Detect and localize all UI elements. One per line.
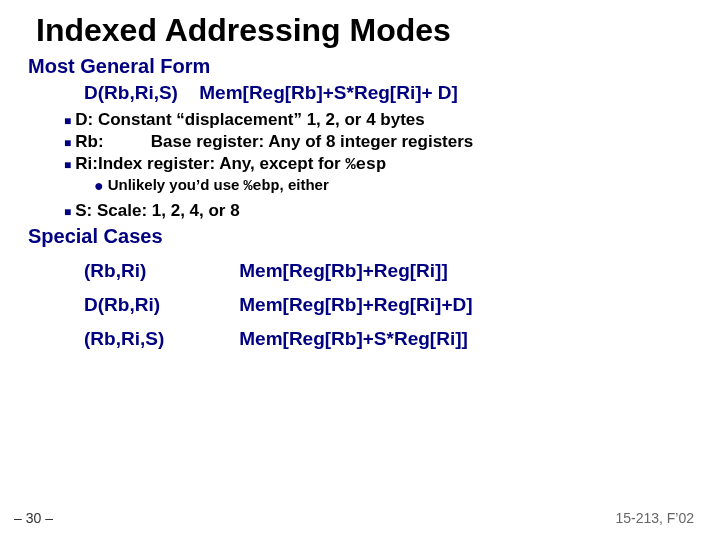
square-bullet-icon: ■ [64, 206, 71, 218]
slide: Indexed Addressing Modes Most General Fo… [0, 0, 720, 540]
special-row: (Rb,Ri,S) Mem[Reg[Rb]+S*Reg[Ri]] [84, 328, 692, 350]
special-left: D(Rb,Ri) [84, 294, 234, 316]
special-cases-table: (Rb,Ri) Mem[Reg[Rb]+Reg[Ri]] D(Rb,Ri) Me… [84, 260, 692, 350]
special-right: Mem[Reg[Rb]+Reg[Ri]] [239, 260, 447, 281]
bullet-rb: ■Rb: Base register: Any of 8 integer reg… [64, 132, 692, 152]
formula-right: Mem[Reg[Rb]+S*Reg[Ri]+ D] [199, 82, 458, 103]
disc-bullet-icon: ● [94, 178, 104, 194]
bullet-ri: ■Ri:Index register: Any, except for %esp [64, 154, 692, 174]
formula-left: D(Rb,Ri,S) [84, 82, 194, 104]
bullet-d: ■D: Constant “displacement” 1, 2, or 4 b… [64, 110, 692, 130]
special-left: (Rb,Ri,S) [84, 328, 234, 350]
section-general-form: Most General Form [28, 55, 692, 78]
special-row: (Rb,Ri) Mem[Reg[Rb]+Reg[Ri]] [84, 260, 692, 282]
square-bullet-icon: ■ [64, 137, 71, 149]
section-special-cases: Special Cases [28, 225, 692, 248]
square-bullet-icon: ■ [64, 115, 71, 127]
code-esp: %esp [345, 155, 386, 174]
special-right: Mem[Reg[Rb]+Reg[Ri]+D] [239, 294, 472, 315]
code-ebp: %ebp [244, 178, 280, 195]
special-right: Mem[Reg[Rb]+S*Reg[Ri]] [239, 328, 468, 349]
bullet-s: ■S: Scale: 1, 2, 4, or 8 [64, 201, 692, 221]
square-bullet-icon: ■ [64, 159, 71, 171]
subbullet-ebp: ●Unlikely you’d use %ebp, either [94, 176, 692, 195]
special-row: D(Rb,Ri) Mem[Reg[Rb]+Reg[Ri]+D] [84, 294, 692, 316]
course-tag: 15-213, F’02 [615, 510, 694, 526]
special-left: (Rb,Ri) [84, 260, 234, 282]
slide-title: Indexed Addressing Modes [36, 12, 692, 49]
general-formula: D(Rb,Ri,S) Mem[Reg[Rb]+S*Reg[Ri]+ D] [84, 82, 692, 104]
page-number: – 30 – [14, 510, 53, 526]
